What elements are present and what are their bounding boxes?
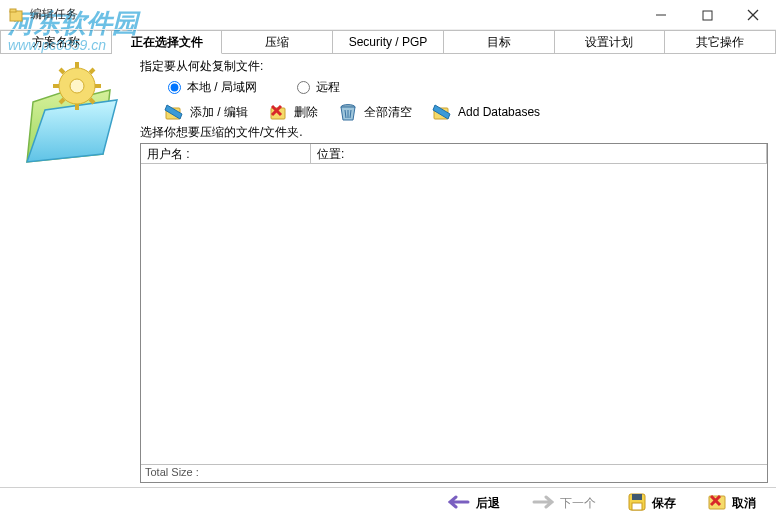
delete-button[interactable]: 删除 — [268, 102, 318, 122]
radio-local[interactable]: 本地 / 局域网 — [168, 79, 257, 96]
list-footer: Total Size : — [141, 464, 767, 482]
close-button[interactable] — [730, 0, 776, 30]
radio-local-input[interactable] — [168, 81, 181, 94]
pencil-folder-icon-2 — [432, 102, 452, 122]
svg-line-14 — [60, 99, 64, 103]
tab-scheme-name[interactable]: 方案名称 — [0, 30, 112, 53]
add-edit-button[interactable]: 添加 / 编辑 — [164, 102, 248, 122]
svg-line-12 — [90, 99, 94, 103]
add-edit-label: 添加 / 编辑 — [190, 104, 248, 121]
tab-target[interactable]: 目标 — [444, 30, 555, 53]
clear-all-label: 全部清空 — [364, 104, 412, 121]
list-label: 选择你想要压缩的文件/文件夹. — [140, 124, 768, 141]
back-button[interactable]: 后退 — [442, 492, 506, 515]
window-title: 编辑任务 — [30, 6, 78, 23]
maximize-button[interactable] — [684, 0, 730, 30]
svg-line-13 — [90, 69, 94, 73]
next-button[interactable]: 下一个 — [526, 492, 602, 515]
cancel-label: 取消 — [732, 495, 756, 512]
next-label: 下一个 — [560, 495, 596, 512]
tab-bar: 方案名称 正在选择文件 压缩 Security / PGP 目标 设置计划 其它… — [0, 30, 776, 54]
list-header: 用户名 : 位置: — [141, 144, 767, 164]
tab-selecting-files[interactable]: 正在选择文件 — [112, 30, 223, 54]
tab-other-ops[interactable]: 其它操作 — [665, 30, 776, 53]
tab-compress[interactable]: 压缩 — [222, 30, 333, 53]
add-databases-button[interactable]: Add Databases — [432, 102, 540, 122]
cancel-button[interactable]: 取消 — [702, 490, 762, 517]
arrow-left-icon — [448, 495, 470, 512]
radio-remote-input[interactable] — [297, 81, 310, 94]
instruction-label: 指定要从何处复制文件: — [140, 58, 768, 75]
minimize-button[interactable] — [638, 0, 684, 30]
file-list[interactable]: 用户名 : 位置: Total Size : — [140, 143, 768, 483]
app-icon — [8, 7, 24, 23]
delete-label: 删除 — [294, 104, 318, 121]
main-area: 指定要从何处复制文件: 本地 / 局域网 远程 添加 / 编辑 — [0, 54, 776, 487]
toolbar: 添加 / 编辑 删除 全部清空 Add Databases — [140, 102, 768, 122]
content-panel: 指定要从何处复制文件: 本地 / 局域网 远程 添加 / 编辑 — [140, 54, 776, 487]
svg-rect-3 — [703, 11, 712, 20]
delete-x-folder-icon — [268, 102, 288, 122]
trash-icon — [338, 102, 358, 122]
save-label: 保存 — [652, 495, 676, 512]
footer-bar: 后退 下一个 保存 取消 — [0, 487, 776, 519]
save-button[interactable]: 保存 — [622, 490, 682, 517]
window-buttons — [638, 0, 776, 30]
clear-all-button[interactable]: 全部清空 — [338, 102, 412, 122]
col-username[interactable]: 用户名 : — [141, 144, 311, 163]
source-radio-group: 本地 / 局域网 远程 — [140, 79, 768, 96]
svg-line-11 — [60, 69, 64, 73]
cancel-x-icon — [708, 493, 726, 514]
pencil-folder-icon — [164, 102, 184, 122]
svg-rect-1 — [10, 9, 16, 12]
svg-rect-27 — [632, 503, 642, 510]
radio-local-label: 本地 / 局域网 — [187, 79, 257, 96]
tab-security-pgp[interactable]: Security / PGP — [333, 30, 444, 53]
titlebar: 编辑任务 — [0, 0, 776, 30]
radio-remote-label: 远程 — [316, 79, 340, 96]
svg-rect-26 — [632, 494, 642, 500]
list-body[interactable] — [141, 164, 767, 464]
col-location[interactable]: 位置: — [311, 144, 767, 163]
tab-schedule[interactable]: 设置计划 — [555, 30, 666, 53]
back-label: 后退 — [476, 495, 500, 512]
folder-gear-icon — [15, 62, 125, 175]
add-databases-label: Add Databases — [458, 105, 540, 119]
svg-point-15 — [70, 79, 84, 93]
sidebar — [0, 54, 140, 487]
arrow-right-icon — [532, 495, 554, 512]
save-disk-icon — [628, 493, 646, 514]
radio-remote[interactable]: 远程 — [297, 79, 340, 96]
